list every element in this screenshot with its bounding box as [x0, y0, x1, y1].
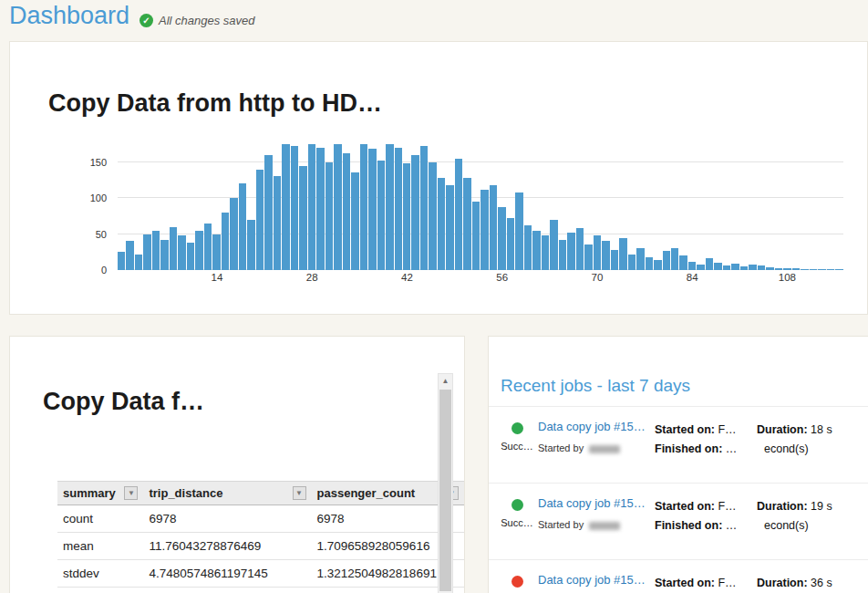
histogram-bar: [308, 144, 315, 270]
x-tick-label: 84: [687, 272, 698, 283]
job-finished-on: Finished on: …: [655, 440, 757, 459]
histogram-bar: [792, 268, 800, 270]
histogram-bar: [646, 257, 653, 270]
scroll-up-arrow-icon[interactable]: ▲: [439, 374, 452, 389]
table-cell: 11.76043278876469: [143, 533, 311, 560]
saved-status-text: All changes saved: [159, 14, 255, 27]
job-title-link[interactable]: Data copy job #15…: [538, 420, 655, 433]
histogram-bar: [671, 248, 678, 270]
histogram-bar: [152, 231, 160, 270]
histogram-title: Copy Data from http to HD…: [48, 89, 382, 118]
table-cell: mean: [57, 533, 143, 560]
duration-label: Duration:: [757, 577, 808, 589]
histogram-bar: [524, 225, 532, 270]
column-header: summary▼: [57, 482, 143, 505]
histogram-bar: [222, 213, 229, 270]
histogram-bar: [264, 155, 272, 270]
started-on-label: Started on:: [655, 577, 715, 589]
histogram-bar: [636, 248, 644, 270]
column-header-label: passenger_count: [317, 486, 416, 500]
histogram-bar: [187, 243, 194, 270]
histogram-bar: [731, 264, 739, 270]
page-title: Dashboard: [9, 2, 129, 30]
histogram-bar: [178, 235, 185, 270]
histogram-bar: [594, 235, 601, 270]
histogram-bar: [472, 202, 480, 270]
saved-status: ✓ All changes saved: [140, 14, 255, 27]
histogram-bar: [619, 238, 626, 271]
x-tick-label: 14: [212, 272, 223, 283]
job-duration: Duration: 36 s: [757, 573, 855, 593]
histogram-bar: [343, 153, 350, 270]
histogram-bar: [532, 231, 540, 270]
job-row: Succ…Data copy job #15…Started by Starte…: [489, 406, 868, 483]
histogram-bar: [507, 218, 514, 270]
histogram-bar: [515, 192, 522, 270]
summary-table: summary▼trip_distance▼passenger_count▼ c…: [57, 481, 464, 588]
histogram-bar: [326, 162, 333, 270]
y-tick-label: 0: [101, 265, 107, 276]
job-title-link[interactable]: Data copy job #15…: [538, 496, 655, 510]
job-row: FailedData copy job #15…Started on: F…Du…: [489, 559, 868, 593]
histogram-bar: [170, 227, 177, 270]
job-started-by: Started by: [538, 519, 655, 530]
y-tick-label: 50: [96, 229, 107, 240]
histogram-bar: [212, 234, 220, 270]
x-tick-label: 28: [306, 272, 318, 283]
job-started-on: Started on: F…: [655, 421, 757, 440]
histogram-bar: [386, 144, 393, 270]
histogram-bars: [118, 137, 843, 270]
y-axis-labels: 050100150: [74, 137, 112, 270]
job-status-dot-failed: [512, 576, 523, 588]
table-cell: stddev: [57, 560, 143, 588]
summary-table-title: Copy Data f…: [43, 388, 204, 416]
histogram-bar: [663, 251, 670, 270]
page-header: Dashboard ✓ All changes saved: [0, 0, 868, 41]
histogram-bar: [368, 149, 376, 270]
filter-dropdown-icon[interactable]: ▼: [124, 486, 138, 500]
job-duration-line: Duration: 36 s: [757, 574, 855, 593]
job-main: Data copy job #15…Started by: [538, 420, 655, 470]
job-status-label: Succ…: [496, 517, 538, 528]
histogram-bar: [403, 163, 410, 270]
histogram-bar: [247, 220, 254, 270]
job-started-on: Started on: F…: [655, 497, 757, 516]
job-duration-line: Duration: 19 s: [757, 497, 855, 516]
jobs-list: Succ…Data copy job #15…Started by Starte…: [489, 406, 868, 593]
table-cell: 6978: [143, 505, 311, 533]
histogram-bar: [360, 144, 367, 270]
job-status: Succ…: [496, 496, 538, 546]
job-duration: Duration: 19 second(s): [757, 496, 855, 546]
histogram-bar: [602, 241, 609, 270]
job-title-link[interactable]: Data copy job #15…: [538, 573, 655, 587]
job-duration: Duration: 18 second(s): [757, 420, 855, 470]
job-status: Succ…: [496, 420, 538, 470]
vertical-scrollbar[interactable]: ▲: [438, 373, 453, 593]
histogram-bar: [377, 161, 385, 270]
histogram-bar: [714, 263, 721, 270]
histogram-bar: [411, 155, 418, 270]
finished-on-label: Finished on:: [655, 519, 722, 532]
recent-jobs-title: Recent jobs - last 7 days: [501, 376, 690, 396]
histogram-bar: [706, 258, 713, 270]
histogram-bar: [542, 235, 549, 270]
histogram-bar: [611, 250, 618, 270]
histogram-bar: [559, 240, 566, 270]
table-row: mean11.760432788764691.709658928059616: [57, 533, 464, 560]
histogram-bar: [723, 265, 730, 270]
table-row: count69786978: [57, 505, 464, 533]
histogram-bar: [195, 231, 202, 270]
job-started-by: Started by: [538, 442, 655, 453]
histogram-bar: [550, 220, 557, 270]
redacted-username: [589, 522, 620, 530]
histogram-bar: [775, 268, 782, 270]
scrollbar-thumb[interactable]: [439, 390, 451, 591]
filter-dropdown-icon[interactable]: ▼: [293, 486, 306, 500]
x-tick-label: 108: [779, 272, 796, 283]
histogram-bar: [783, 268, 790, 270]
job-duration-wrap: econd(s): [757, 440, 855, 459]
histogram-bar: [654, 260, 661, 270]
histogram-bar: [334, 144, 341, 270]
x-tick-label: 70: [592, 272, 604, 283]
histogram-bar: [801, 269, 808, 270]
